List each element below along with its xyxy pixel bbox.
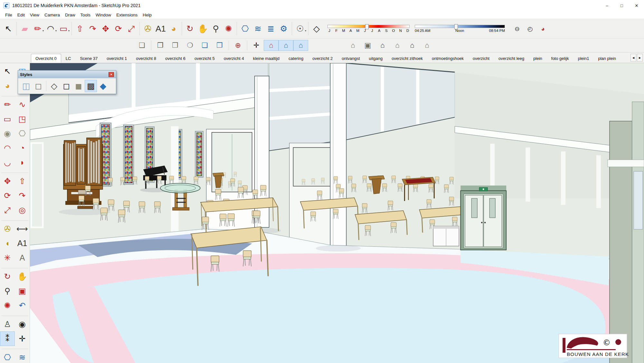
menu-item[interactable]: Help xyxy=(140,12,154,18)
close-button[interactable]: ✕ xyxy=(629,0,644,11)
protractor-tool[interactable]: ◖ xyxy=(0,236,15,251)
scene-tab[interactable]: overzicht zithoek xyxy=(387,54,427,63)
rectangle-tool-icon[interactable]: ▭ xyxy=(57,21,70,36)
zoom-extents-tool[interactable]: ✺ xyxy=(0,298,15,313)
scene-tab[interactable]: overzicht xyxy=(468,54,494,63)
style-shaded-textures[interactable]: ▩ xyxy=(85,80,97,92)
scene-tab[interactable]: uitgang xyxy=(365,54,387,63)
style-shaded[interactable]: ◼ xyxy=(72,80,85,92)
account-icon[interactable]: ☉ xyxy=(294,21,307,36)
left-view-icon[interactable]: ⌂ xyxy=(405,40,420,51)
style-wireframe[interactable]: ◇ xyxy=(48,80,60,92)
follow-me-tool-icon[interactable]: ↷ xyxy=(86,21,99,36)
section-cut-icon[interactable]: ⌂ xyxy=(279,40,293,51)
clock-tool-icon[interactable]: ◴ xyxy=(524,21,536,36)
scene-tab[interactable]: ontmoetingshoek xyxy=(427,54,468,63)
menu-item[interactable]: Extensions xyxy=(114,12,140,18)
geolocation-icon[interactable]: ⊖ xyxy=(511,21,524,36)
pan-tool-icon[interactable]: ✋ xyxy=(196,21,209,36)
menu-item[interactable]: Window xyxy=(93,12,114,18)
time-reset-icon[interactable]: ◕ xyxy=(536,21,549,36)
top-view-icon[interactable]: ▣ xyxy=(360,40,375,51)
section-fill-icon[interactable]: ⌂ xyxy=(293,40,308,51)
arc-tool-icon[interactable]: ◠ xyxy=(44,21,57,36)
tape-measure-icon[interactable]: ✇ xyxy=(141,21,154,36)
wireframe-boxes-icon[interactable]: ❐ xyxy=(153,40,168,51)
styles-window-titlebar[interactable]: Styles ✕ xyxy=(18,71,116,78)
date-slider-track[interactable] xyxy=(327,25,410,28)
scene-tab[interactable]: plein1 xyxy=(573,54,594,63)
plugin-chevron-x-tool[interactable]: ≋ xyxy=(15,350,30,363)
paint-bucket-icon[interactable]: ◕ xyxy=(167,21,180,36)
style-back-edges[interactable]: ◻ xyxy=(32,80,44,92)
menu-item[interactable]: Tools xyxy=(78,12,93,18)
plugin-gear-icon[interactable]: ⚙ xyxy=(277,21,290,36)
previous-view-tool[interactable]: ↶ xyxy=(15,298,30,313)
styles-close-icon[interactable]: ✕ xyxy=(109,72,114,77)
menu-item[interactable]: Edit xyxy=(15,12,27,18)
section-plane-icon[interactable]: ⌂ xyxy=(264,40,279,51)
freehand-tool[interactable]: ∿ xyxy=(15,97,30,112)
push-pull-tool[interactable]: ⇧ xyxy=(15,174,30,188)
dimension-tool[interactable]: ⟷ xyxy=(15,222,30,236)
move-tool[interactable]: ✥ xyxy=(0,174,15,188)
position-camera-tool[interactable]: ♙ xyxy=(0,317,15,331)
orbit-tool-icon[interactable]: ↻ xyxy=(184,21,196,36)
walk-tool[interactable]: ⁑ xyxy=(0,331,15,346)
scene-tab[interactable]: ontvangst xyxy=(337,54,364,63)
blue-boxes-icon[interactable]: ❏ xyxy=(197,40,212,51)
origin-sphere-icon[interactable]: ⊕ xyxy=(231,40,245,51)
scene-tab[interactable]: foto gelijk xyxy=(547,54,573,63)
scene-tab[interactable]: overzicht 6 xyxy=(161,54,190,63)
tape-measure-tool[interactable]: ✇ xyxy=(0,222,15,236)
plugin-chevron-x-icon[interactable]: ≋ xyxy=(251,21,264,36)
menu-item[interactable]: Draw xyxy=(62,12,78,18)
scene-tab[interactable]: plan plein xyxy=(593,54,620,63)
axes-tool[interactable]: ✳ xyxy=(0,251,15,265)
rotate-tool-icon[interactable]: ⟳ xyxy=(112,21,125,36)
pie-tool[interactable]: ◔ xyxy=(15,141,30,155)
shadow-toggle-icon[interactable]: ◇ xyxy=(310,21,323,36)
arc-tool[interactable]: ◠ xyxy=(0,141,15,155)
style-hidden-line[interactable]: ◻ xyxy=(60,80,72,92)
scene-tab[interactable]: overzicht 2 xyxy=(308,54,337,63)
line-tool-icon[interactable]: ✏ xyxy=(31,21,44,36)
text-tool[interactable]: A1 xyxy=(15,236,30,251)
viewport-canvas[interactable]: © BOUWEN AAN DE KERK xyxy=(30,63,644,363)
boxed-edit-icon[interactable]: ❒ xyxy=(168,40,183,51)
rotated-rectangle-tool[interactable]: ◳ xyxy=(15,112,30,126)
right-view-icon[interactable]: ⌂ xyxy=(390,40,405,51)
eraser-tool-icon[interactable]: ▰ xyxy=(18,21,31,36)
scene-tab[interactable]: Overzicht 0 xyxy=(31,54,61,63)
three-point-arc-tool[interactable]: ◗ xyxy=(15,155,30,170)
scene-tab[interactable]: overzicht 8 xyxy=(131,54,161,63)
scene-tab[interactable]: overzicht leeg xyxy=(494,54,529,63)
blue-gray-boxes-icon[interactable]: ❐ xyxy=(212,40,227,51)
rotate-tool[interactable]: ⟳ xyxy=(0,188,15,203)
scale-tool[interactable]: ⤢ xyxy=(0,203,15,217)
scene-tab[interactable]: plein xyxy=(529,54,546,63)
scale-tool-icon[interactable]: ⤢ xyxy=(125,21,138,36)
scene-tab[interactable]: overzicht 5 xyxy=(190,54,219,63)
shaded-boxes-icon[interactable]: ❏ xyxy=(135,40,149,51)
two-point-arc-tool[interactable]: ◡ xyxy=(0,155,15,170)
front-view-icon[interactable]: ⌂ xyxy=(375,40,390,51)
iso-view-icon[interactable]: ⌂ xyxy=(346,40,360,51)
menu-item[interactable]: Camera xyxy=(42,12,62,18)
text-tool-icon[interactable]: A1 xyxy=(154,21,167,36)
plugin-hexagon-icon[interactable]: ⎔ xyxy=(239,21,251,36)
3d-text-tool[interactable]: A xyxy=(15,251,30,265)
time-slider-handle[interactable] xyxy=(454,24,458,29)
menu-item[interactable]: File xyxy=(3,12,15,18)
compass-cab-icon[interactable]: ✛ xyxy=(249,40,264,51)
tab-scroll-right-icon[interactable]: ▶ xyxy=(637,54,643,62)
xray-boxes-icon[interactable]: ❍ xyxy=(183,40,197,51)
scene-tab[interactable]: overzicht 4 xyxy=(219,54,249,63)
scene-tab[interactable]: kleine maaltijd xyxy=(249,54,284,63)
style-xray[interactable]: ◫ xyxy=(20,80,32,92)
follow-me-tool[interactable]: ↷ xyxy=(15,188,30,203)
zoom-tool[interactable]: ⚲ xyxy=(0,284,15,298)
select-tool[interactable]: ↖ xyxy=(0,64,15,79)
zoom-extents-icon[interactable]: ✺ xyxy=(222,21,235,36)
compass-tool[interactable]: ✛ xyxy=(15,331,30,346)
